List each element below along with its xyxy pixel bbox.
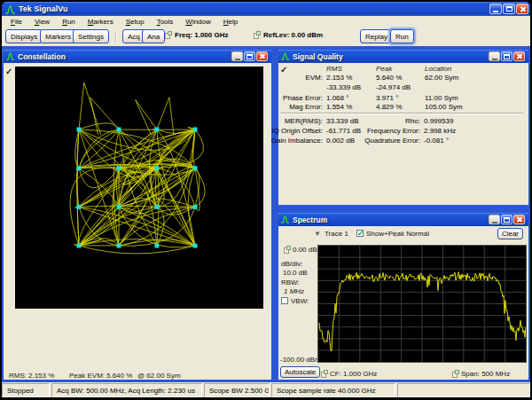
application-window: Tek SignalVu File View Run Markers Setup…	[0, 0, 532, 400]
frequency-error-label: Frequency Error:	[367, 127, 420, 135]
trace-selector[interactable]: Trace 1	[325, 230, 348, 238]
markers-button[interactable]: Markers	[40, 29, 76, 43]
panel-title: Constellation	[18, 52, 66, 61]
signal-quality-title-bar[interactable]: Signal Quality	[278, 50, 528, 63]
menu-item-view[interactable]: View	[28, 18, 56, 26]
rbw-label: RBW:	[281, 278, 300, 286]
span-field[interactable]: Span: 500 MHz	[452, 370, 510, 378]
spectrum-title-bar[interactable]: Spectrum	[278, 213, 528, 226]
minimize-icon[interactable]	[489, 215, 500, 224]
enabled-check-icon	[280, 65, 287, 75]
mag-error-peak: 4.829 %	[376, 103, 402, 111]
status-sample-rate: Scope sample rate 40.000 GHz	[271, 383, 395, 397]
peak-evm-label: Peak EVM:	[69, 372, 105, 380]
gain-imbalance-value: 0.002 dB	[326, 137, 355, 145]
signal-quality-content: RMS Peak Location EVM: 2.153 % 5.640 % 6…	[278, 63, 528, 205]
edit-value-icon	[284, 246, 291, 254]
phase-error-location: 11.00 Sym	[425, 94, 458, 102]
rms-value: 2.153 %	[28, 372, 54, 380]
edit-value-icon	[452, 370, 459, 378]
signal-quality-panel: Signal Quality RMS Peak Location EVM: 2.…	[277, 48, 530, 207]
close-icon[interactable]	[513, 51, 525, 61]
detector-label: +Peak Normal	[384, 230, 429, 238]
constellation-display[interactable]	[15, 67, 263, 309]
edit-value-icon	[165, 31, 172, 39]
app-icon	[4, 4, 16, 15]
settings-button[interactable]: Settings	[73, 29, 109, 43]
constellation-content: RMS: 2.153 % Peak EVM: 5.640 % @ 62.00 S…	[4, 63, 271, 380]
peak-location: @ 62.00 Sym	[137, 372, 181, 380]
status-acquisition: Acq BW: 500.00 MHz, Acq Length: 2.230 us	[51, 383, 202, 397]
dbdiv-value[interactable]: 10.0 dB	[283, 269, 308, 277]
maximize-icon[interactable]	[501, 51, 512, 61]
col-header-rms: RMS	[326, 65, 342, 73]
phase-error-label: Phase Error:	[283, 94, 323, 102]
enabled-check-icon	[5, 67, 12, 76]
edit-value-icon	[254, 31, 261, 39]
evm-label: EVM:	[305, 74, 323, 82]
mag-error-label: Mag Error:	[289, 103, 323, 111]
frequency-field[interactable]: Freq: 1.000 GHz	[165, 31, 228, 39]
menu-item-setup[interactable]: Setup	[120, 18, 151, 26]
panel-controls	[488, 215, 527, 224]
col-header-location: Location	[425, 65, 451, 73]
center-frequency-field[interactable]: CF: 1.000 GHz	[321, 370, 377, 378]
menu-item-file[interactable]: File	[4, 18, 28, 26]
rbw-value[interactable]: 1 MHz	[284, 287, 304, 295]
show-label: Show	[366, 230, 384, 238]
chevron-down-icon[interactable]: ▼	[314, 230, 321, 238]
replay-button[interactable]: Replay	[360, 29, 393, 43]
col-header-peak: Peak	[376, 65, 392, 73]
center-frequency-value: CF: 1.000 GHz	[330, 370, 377, 378]
minimize-icon[interactable]	[489, 51, 500, 61]
spectrum-plot	[318, 246, 526, 362]
constellation-title-bar[interactable]: Constellation	[4, 50, 271, 63]
mag-error-rms: 1.554 %	[326, 103, 352, 111]
panel-controls	[488, 51, 527, 61]
status-scope-bw: Scope BW 2.500 GHz	[204, 383, 270, 397]
status-spacer	[397, 383, 530, 397]
rms-label: RMS:	[9, 372, 27, 380]
mer-value: 33.339 dB	[326, 117, 358, 125]
menu-item-help[interactable]: Help	[217, 18, 244, 26]
displays-button[interactable]: Displays	[5, 29, 43, 43]
spectrum-content: ▼ Trace 1 Show +Peak Normal Clear 0.00 d…	[278, 226, 528, 380]
floor-level-value: -100.00 dBm	[280, 356, 321, 364]
vbw-label: VBW:	[291, 297, 309, 305]
show-checkbox[interactable]	[356, 230, 364, 237]
toolbar: Displays Markers Settings Acq Ana Freq: …	[2, 27, 530, 47]
maximize-icon[interactable]	[244, 51, 255, 61]
close-icon[interactable]	[516, 4, 528, 14]
constellation-readout: RMS: 2.153 % Peak EVM: 5.640 % @ 62.00 S…	[4, 372, 271, 380]
menu-item-markers[interactable]: Markers	[82, 18, 120, 26]
maximize-icon[interactable]	[501, 215, 512, 224]
window-title: Tek SignalVu	[19, 4, 68, 13]
close-icon[interactable]	[256, 51, 268, 61]
spectrum-panel: Spectrum ▼ Trace 1 Show +Peak Normal Cle…	[277, 211, 530, 381]
evm-rms: 2.153 %	[326, 74, 352, 82]
menu-item-run[interactable]: Run	[56, 18, 82, 26]
minimize-icon[interactable]	[489, 4, 502, 14]
autoscale-button[interactable]: Autoscale	[280, 366, 320, 378]
reflevel-field[interactable]: RefLev: 0.00 dBm	[254, 31, 323, 39]
evm-location: 62.00 Sym	[425, 74, 458, 82]
close-icon[interactable]	[513, 215, 525, 224]
vbw-checkbox[interactable]	[281, 297, 288, 304]
menu-item-window[interactable]: Window	[179, 18, 216, 26]
iq-origin-offset-value: -61.771 dB	[326, 127, 361, 135]
panel-icon	[5, 51, 15, 61]
restore-icon[interactable]	[503, 4, 515, 14]
title-bar[interactable]: Tek SignalVu	[2, 2, 530, 16]
spectrum-display[interactable]	[317, 245, 527, 363]
status-run-state: Stopped	[2, 383, 50, 397]
span-value: Span: 500 MHz	[461, 370, 510, 378]
mag-error-location: 105.00 Sym	[425, 103, 463, 111]
clear-button[interactable]: Clear	[497, 228, 523, 239]
panel-icon	[280, 51, 290, 61]
run-button[interactable]: Run	[390, 29, 414, 43]
constellation-panel: Constellation RMS: 2.153 % Peak EVM: 5.6…	[2, 48, 273, 381]
ana-button[interactable]: Ana	[142, 29, 165, 43]
minimize-icon[interactable]	[231, 51, 243, 61]
evm-peak-db: -24.974 dB	[376, 83, 411, 91]
menu-item-tools[interactable]: Tools	[151, 18, 180, 26]
